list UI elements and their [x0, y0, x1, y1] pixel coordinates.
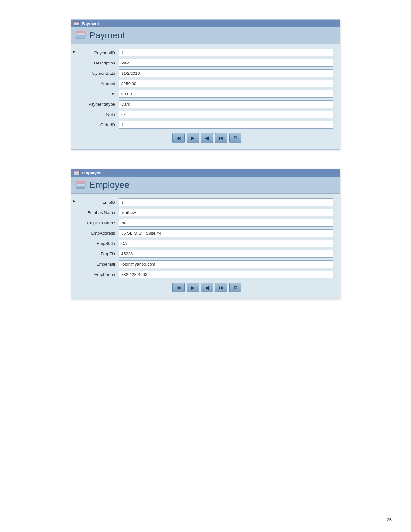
svg-rect-15: [74, 174, 79, 175]
payment-sidebar: ▶: [71, 44, 77, 149]
employee-field-input-empstate[interactable]: [119, 240, 333, 247]
svg-rect-3: [74, 24, 79, 25]
employee-field-input-empzip[interactable]: [119, 250, 333, 258]
employee-field-label-4: EmpState: [80, 241, 119, 246]
employee-field-input-empemail[interactable]: [119, 260, 333, 268]
employee-titlebar-icon: [74, 171, 80, 175]
payment-form-row: Description: [80, 59, 333, 67]
svg-rect-12: [74, 171, 79, 172]
svg-rect-14: [74, 173, 79, 174]
employee-prev-button[interactable]: ◀: [201, 283, 213, 292]
employee-first-button[interactable]: ⏮: [172, 283, 185, 292]
payment-form-row: Note: [80, 111, 333, 118]
employee-form-row: EmpLastName: [80, 209, 333, 216]
employee-field-label-2: EmpFirstName: [80, 221, 119, 225]
payment-field-input-due[interactable]: [119, 90, 333, 98]
payment-new-button[interactable]: 🗒: [229, 133, 241, 143]
payment-first-button[interactable]: ⏮: [172, 133, 185, 143]
employee-field-label-6: Empemail: [80, 262, 119, 267]
svg-rect-1: [74, 22, 79, 23]
employee-form-row: Empemail: [80, 260, 333, 268]
payment-titlebar-icon: [74, 21, 80, 26]
svg-rect-20: [77, 185, 85, 185]
payment-form-row: Paymentatype: [80, 100, 333, 108]
employee-field-input-empphone[interactable]: [119, 271, 333, 278]
employee-form-row: EmpFirstName: [80, 219, 333, 227]
payment-content: PaymentIDDescriptionPaymentdateAmountDue…: [77, 44, 340, 149]
payment-form-row: Due: [80, 90, 333, 98]
employee-new-button[interactable]: 🗒: [229, 283, 241, 292]
svg-rect-18: [76, 181, 85, 183]
employee-field-label-5: EmpZip: [80, 251, 119, 256]
employee-field-input-empfirstname[interactable]: [119, 219, 333, 227]
employee-field-label-3: EmpAddress: [80, 231, 119, 236]
employee-form-row: EmpState: [80, 240, 333, 247]
employee-field-label-7: EmpPhone: [80, 272, 119, 277]
employee-content: EmpIDEmpLastNameEmpFirstNameEmpAddressEm…: [77, 194, 340, 299]
employee-field-input-empaddress[interactable]: [119, 229, 333, 237]
employee-header: Employee: [71, 177, 340, 194]
payment-header-icon: [76, 31, 86, 40]
payment-next-button[interactable]: ▶: [187, 133, 199, 143]
payment-header-title: Payment: [89, 30, 125, 41]
employee-form-row: EmpID: [80, 198, 333, 206]
payment-field-label-6: Note: [80, 112, 119, 117]
payment-prev-button[interactable]: ◀: [201, 133, 213, 143]
payment-record-arrow: ▶: [73, 49, 75, 54]
employee-form-row: EmpZip: [80, 250, 333, 258]
payment-form-row: Amount: [80, 80, 333, 87]
payment-field-label-5: Paymentatype: [80, 102, 119, 107]
payment-field-label-3: Amount: [80, 81, 119, 86]
employee-nav-buttons: ⏮ ▶ ◀ ⏭ 🗒: [80, 283, 333, 292]
payment-field-label-1: Description: [80, 61, 119, 65]
page-number: 26: [387, 517, 392, 522]
svg-rect-8: [77, 34, 85, 34]
payment-field-input-amount[interactable]: [119, 80, 333, 87]
payment-header: Payment: [71, 27, 340, 44]
employee-next-button[interactable]: ▶: [187, 283, 199, 292]
employee-body: ▶ EmpIDEmpLastNameEmpFirstNameEmpAddress…: [71, 194, 340, 299]
svg-rect-2: [74, 23, 79, 24]
employee-form-row: EmpPhone: [80, 271, 333, 278]
payment-panel: Payment Payment ▶ Pa: [71, 19, 340, 150]
payment-titlebar-label: Payment: [82, 21, 99, 26]
employee-sidebar: ▶: [71, 194, 77, 299]
payment-field-label-7: OrderID: [80, 123, 119, 127]
employee-header-icon: [76, 181, 86, 189]
employee-titlebar-label: Employee: [82, 171, 101, 175]
payment-titlebar: Payment: [71, 20, 340, 27]
payment-field-input-paymentid[interactable]: [119, 49, 333, 56]
svg-rect-9: [77, 35, 85, 36]
svg-rect-7: [76, 31, 85, 33]
employee-titlebar: Employee: [71, 169, 340, 177]
payment-field-label-0: PaymentID: [80, 50, 119, 55]
employee-panel: Employee Employee ▶ EmpIDEmpL: [71, 169, 340, 299]
employee-form-row: EmpAddress: [80, 229, 333, 237]
payment-field-input-paymentdate[interactable]: [119, 69, 333, 77]
payment-field-input-description[interactable]: [119, 59, 333, 67]
payment-body: ▶ PaymentIDDescriptionPaymentdateAmountD…: [71, 44, 340, 149]
payment-field-input-orderid[interactable]: [119, 121, 333, 129]
employee-field-input-empid[interactable]: [119, 198, 333, 206]
employee-field-input-emplastname[interactable]: [119, 209, 333, 216]
payment-form-row: OrderID: [80, 121, 333, 129]
payment-field-input-paymentatype[interactable]: [119, 100, 333, 108]
payment-form-row: Paymentdate: [80, 69, 333, 77]
svg-rect-10: [77, 36, 85, 37]
payment-form-row: PaymentID: [80, 49, 333, 56]
employee-field-label-0: EmpID: [80, 200, 119, 205]
payment-field-input-note[interactable]: [119, 111, 333, 118]
employee-header-title: Employee: [89, 180, 130, 190]
svg-rect-19: [77, 183, 85, 184]
payment-last-button[interactable]: ⏭: [215, 133, 227, 143]
employee-field-label-1: EmpLastName: [80, 210, 119, 215]
payment-nav-buttons: ⏮ ▶ ◀ ⏭ 🗒: [80, 133, 333, 143]
svg-rect-21: [77, 186, 85, 187]
svg-rect-4: [74, 25, 79, 25]
employee-record-arrow: ▶: [73, 199, 75, 203]
employee-last-button[interactable]: ⏭: [215, 283, 227, 292]
payment-field-label-4: Due: [80, 92, 119, 96]
payment-field-label-2: Paymentdate: [80, 71, 119, 76]
svg-rect-13: [74, 172, 79, 173]
